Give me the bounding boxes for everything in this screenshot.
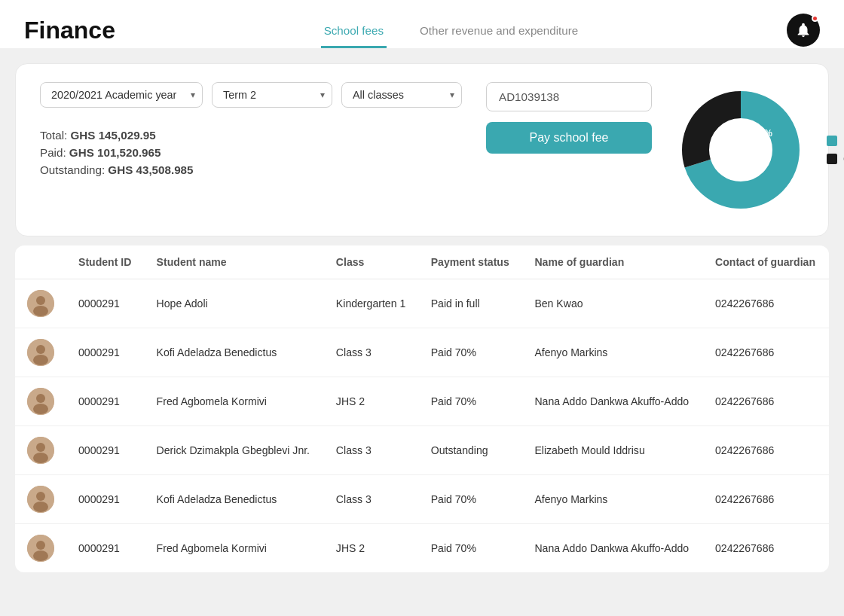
avatar bbox=[27, 486, 54, 513]
outstanding-stat: Outstanding: GHS 43,508.985 bbox=[40, 163, 462, 176]
student-name: Derick Dzimakpla Gbegblevi Jnr. bbox=[145, 426, 324, 475]
avatar-cell bbox=[15, 279, 66, 328]
avatar-cell bbox=[15, 377, 66, 426]
svg-point-21 bbox=[36, 541, 45, 550]
tab-other-revenue[interactable]: Other revenue and expenditure bbox=[417, 12, 581, 48]
payment-status: Paid in full bbox=[419, 279, 523, 328]
student-id: 0000291 bbox=[66, 426, 145, 475]
guardian-contact: 0242267686 bbox=[703, 279, 829, 328]
term-wrapper: Term 1 Term 2 Term 3 ▾ bbox=[212, 82, 332, 108]
student-id: 0000291 bbox=[66, 475, 145, 524]
term-select[interactable]: Term 1 Term 2 Term 3 bbox=[212, 82, 332, 108]
table-row: 0000291 Kofi Adeladza Benedictus Class 3… bbox=[15, 328, 829, 377]
total-stat: Total: GHS 145,029.95 bbox=[40, 129, 462, 142]
svg-point-15 bbox=[36, 443, 45, 452]
payment-status: Outstanding bbox=[419, 426, 523, 475]
students-table-container: Student ID Student name Class Payment st… bbox=[15, 245, 829, 572]
avatar-cell bbox=[15, 475, 66, 524]
avatar-cell bbox=[15, 426, 66, 475]
student-class: Class 3 bbox=[324, 426, 419, 475]
pay-school-fee-button[interactable]: Pay school fee bbox=[486, 122, 652, 154]
table-row: 0000291 Derick Dzimakpla Gbegblevi Jnr. … bbox=[15, 426, 829, 475]
payment-status: Paid 70% bbox=[419, 377, 523, 426]
payment-status: Paid 70% bbox=[419, 475, 523, 524]
col-payment-status: Payment status bbox=[419, 245, 523, 279]
bell-icon bbox=[795, 22, 812, 38]
avatar bbox=[27, 535, 54, 562]
student-id: 0000291 bbox=[66, 524, 145, 573]
header: Finance School fees Other revenue and ex… bbox=[0, 0, 844, 48]
student-id: 0000291 bbox=[66, 279, 145, 328]
guardian-contact: 0242267686 bbox=[703, 377, 829, 426]
legend-item-outstanding: Outstanding bbox=[827, 153, 844, 165]
student-id-input[interactable] bbox=[486, 82, 652, 111]
chart-legend: Paid Outstanding bbox=[827, 135, 844, 165]
tab-school-fees[interactable]: School fees bbox=[321, 12, 387, 48]
guardian-name: Afenyo Markins bbox=[522, 475, 703, 524]
filters: 2020/2021 Academic year 2019/2020 Academ… bbox=[40, 82, 462, 108]
col-avatar bbox=[15, 245, 66, 279]
guardian-contact: 0242267686 bbox=[703, 524, 829, 573]
avatar bbox=[27, 437, 54, 464]
student-id: 0000291 bbox=[66, 377, 145, 426]
student-name: Kofi Adeladza Benedictus bbox=[145, 328, 324, 377]
card-left: 2020/2021 Academic year 2019/2020 Academ… bbox=[40, 82, 462, 176]
page-title: Finance bbox=[24, 17, 115, 44]
guardian-name: Nana Addo Dankwa Akuffo-Addo bbox=[522, 377, 703, 426]
col-class: Class bbox=[324, 245, 419, 279]
table-row: 0000291 Fred Agbomela Kormivi JHS 2 Paid… bbox=[15, 377, 829, 426]
academic-year-wrapper: 2020/2021 Academic year 2019/2020 Academ… bbox=[40, 82, 203, 108]
students-table: Student ID Student name Class Payment st… bbox=[15, 245, 829, 572]
notification-dot bbox=[812, 15, 818, 22]
guardian-name: Ben Kwao bbox=[522, 279, 703, 328]
svg-point-6 bbox=[36, 296, 45, 305]
svg-point-9 bbox=[36, 345, 45, 354]
svg-text:30%: 30% bbox=[754, 128, 772, 139]
avatar-cell bbox=[15, 524, 66, 573]
payment-status: Paid 70% bbox=[419, 524, 523, 573]
svg-point-12 bbox=[36, 394, 45, 403]
notification-bell[interactable] bbox=[787, 14, 820, 47]
guardian-name: Afenyo Markins bbox=[522, 328, 703, 377]
paid-color-swatch bbox=[827, 136, 837, 146]
col-guardian-name: Name of guardian bbox=[522, 245, 703, 279]
svg-text:70%: 70% bbox=[720, 145, 739, 157]
class-wrapper: All classes Kindergarten 1 Class 3 JHS 2… bbox=[341, 82, 462, 108]
student-class: Class 3 bbox=[324, 475, 419, 524]
svg-point-18 bbox=[36, 492, 45, 501]
class-select[interactable]: All classes Kindergarten 1 Class 3 JHS 2 bbox=[341, 82, 462, 108]
student-class: JHS 2 bbox=[324, 377, 419, 426]
guardian-contact: 0242267686 bbox=[703, 475, 829, 524]
card-middle: Pay school fee bbox=[462, 82, 658, 154]
guardian-contact: 0242267686 bbox=[703, 328, 829, 377]
payment-status: Paid 70% bbox=[419, 328, 523, 377]
avatar bbox=[27, 388, 54, 415]
stats: Total: GHS 145,029.95 Paid: GHS 101,520.… bbox=[40, 129, 462, 176]
guardian-name: Elizabeth Mould Iddrisu bbox=[522, 426, 703, 475]
svg-point-10 bbox=[33, 355, 48, 365]
table-row: 0000291 Hope Adoli Kindergarten 1 Paid i… bbox=[15, 279, 829, 328]
svg-point-13 bbox=[33, 404, 48, 414]
donut-chart: 70% 30% bbox=[673, 82, 809, 218]
academic-year-select[interactable]: 2020/2021 Academic year 2019/2020 Academ… bbox=[40, 82, 203, 108]
table-row: 0000291 Kofi Adeladza Benedictus Class 3… bbox=[15, 475, 829, 524]
legend-item-paid: Paid bbox=[827, 135, 844, 147]
col-guardian-contact: Contact of guardian bbox=[703, 245, 829, 279]
student-name: Fred Agbomela Kormivi bbox=[145, 377, 324, 426]
svg-point-16 bbox=[33, 453, 48, 463]
col-student-id: Student ID bbox=[66, 245, 145, 279]
avatar bbox=[27, 339, 54, 366]
svg-point-19 bbox=[33, 502, 48, 512]
paid-stat: Paid: GHS 101,520.965 bbox=[40, 146, 462, 159]
student-name: Kofi Adeladza Benedictus bbox=[145, 475, 324, 524]
avatar bbox=[27, 290, 54, 317]
table-row: 0000291 Fred Agbomela Kormivi JHS 2 Paid… bbox=[15, 524, 829, 573]
summary-card: 2020/2021 Academic year 2019/2020 Academ… bbox=[15, 63, 829, 236]
card-right: 70% 30% Paid Outstanding bbox=[658, 82, 844, 218]
student-name: Fred Agbomela Kormivi bbox=[145, 524, 324, 573]
guardian-contact: 0242267686 bbox=[703, 426, 829, 475]
col-student-name: Student name bbox=[145, 245, 324, 279]
student-id: 0000291 bbox=[66, 328, 145, 377]
table-header-row: Student ID Student name Class Payment st… bbox=[15, 245, 829, 279]
guardian-name: Nana Addo Dankwa Akuffo-Addo bbox=[522, 524, 703, 573]
